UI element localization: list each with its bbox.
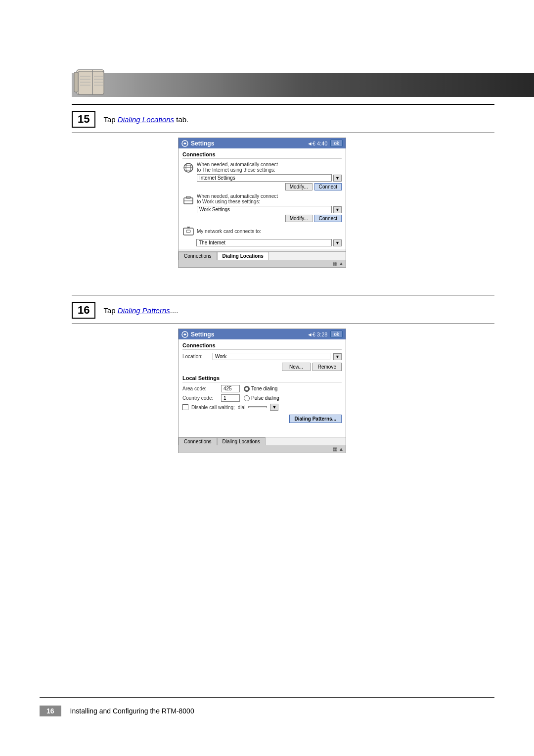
network-value: The Internet	[196, 239, 332, 246]
screen-15-header: Settings ◄€ 4:40 ok	[178, 138, 346, 148]
network-dropdown-arrow[interactable]: ▼	[333, 239, 342, 246]
divider-after-step16	[72, 324, 494, 324]
network-text: My network card connects to:	[197, 229, 261, 234]
pulse-dialing-label: Pulse dialing	[251, 395, 279, 401]
area-code-label: Area code:	[182, 386, 217, 391]
remove-btn[interactable]: Remove	[312, 363, 342, 371]
book-logo	[74, 67, 111, 99]
internet-dropdown-arrow[interactable]: ▼	[333, 175, 342, 182]
work-modify-btn[interactable]: Modify...	[285, 215, 312, 222]
network-card-row: My network card connects to:	[182, 225, 342, 237]
pulse-dialing-radio[interactable]	[244, 395, 250, 401]
screen-15: Settings ◄€ 4:40 ok Connections	[178, 138, 346, 268]
divider-top	[72, 104, 494, 105]
country-code-row: Country code: 1 Pulse dialing	[182, 394, 342, 402]
internet-connect-btn[interactable]: Connect	[314, 183, 342, 190]
work-connection-row: When needed, automatically connect to Wo…	[182, 193, 342, 222]
svg-rect-21	[183, 228, 193, 235]
step-15-header: 15 Tap Dialing Locations tab.	[72, 111, 494, 128]
screen-15-footer: ▦ ▲	[178, 260, 346, 267]
step-15-instruction: Tap Dialing Locations tab.	[103, 115, 188, 124]
bottom-divider	[40, 697, 494, 698]
area-code-value[interactable]: 425	[221, 385, 240, 392]
screen-16-title: Settings	[191, 331, 214, 338]
work-text1: When needed, automatically connect	[197, 193, 342, 199]
network-icon	[182, 225, 194, 237]
step-16-header: 16 Tap Dialing Patterns....	[72, 302, 494, 319]
screen-15-section: Connections	[182, 151, 342, 159]
svg-rect-1	[78, 71, 104, 94]
step-16-number: 16	[72, 302, 95, 319]
tab-connections-15[interactable]: Connections	[178, 252, 217, 260]
location-buttons: New... Remove	[182, 363, 342, 371]
step-15-prefix: Tap	[103, 115, 117, 124]
step-16-instruction: Tap Dialing Patterns....	[103, 306, 178, 315]
work-buttons: Modify... Connect	[197, 215, 342, 222]
dial-label: dial	[238, 405, 246, 410]
work-conn-details: When needed, automatically connect to Wo…	[197, 193, 342, 222]
disable-call-row: Disable call waiting; dial ▼	[182, 404, 342, 411]
screen-16-header: Settings ◄€ 3:28 ok	[178, 329, 346, 339]
country-code-label: Country code:	[182, 395, 217, 401]
screen-16-body: Connections Location: Work ▼ New... Remo…	[178, 339, 346, 437]
divider-step16	[72, 295, 494, 295]
disable-call-label: Disable call waiting;	[191, 405, 235, 410]
screen-15-tabs: Connections Dialing Locations	[178, 251, 346, 260]
dial-value[interactable]	[248, 406, 267, 408]
location-value: Work	[213, 353, 330, 360]
tab-dialing-16[interactable]: Dialing Locations	[217, 437, 266, 445]
screen-16-footer-icon: ▦ ▲	[333, 446, 344, 452]
work-connect-btn[interactable]: Connect	[314, 215, 342, 222]
disable-call-checkbox[interactable]	[182, 404, 188, 410]
dialing-patterns-btn[interactable]: Dialing Patterns...	[289, 415, 342, 423]
pulse-dialing-option: Pulse dialing	[244, 395, 279, 401]
country-code-value[interactable]: 1	[221, 394, 240, 402]
work-text2: to Work using these settings:	[197, 199, 342, 204]
work-dropdown-arrow[interactable]: ▼	[333, 206, 342, 213]
tone-dialing-radio-selected[interactable]	[244, 386, 250, 392]
location-label: Location:	[182, 354, 210, 359]
internet-connection-row: When needed, automatically connect to Th…	[182, 162, 342, 190]
screen-16: Settings ◄€ 3:28 ok Connections Location…	[178, 329, 346, 453]
divider-step15	[72, 133, 494, 133]
top-banner	[72, 73, 534, 97]
step-15-suffix: tab.	[174, 115, 188, 124]
screen-16-tabs: Connections Dialing Locations	[178, 437, 346, 445]
tab-dialing-15[interactable]: Dialing Locations	[217, 252, 269, 260]
screen-15-footer-icon: ▦ ▲	[333, 261, 344, 266]
step-16-prefix: Tap	[103, 306, 117, 315]
location-dropdown-arrow[interactable]: ▼	[333, 353, 342, 360]
step-16-suffix: ....	[170, 306, 178, 315]
internet-text1: When needed, automatically connect	[197, 162, 342, 167]
new-btn[interactable]: New...	[282, 363, 311, 371]
internet-conn-details: When needed, automatically connect to Th…	[197, 162, 342, 190]
internet-text2: to The Internet using these settings:	[197, 167, 342, 173]
area-code-row: Area code: 425 Tone dialing	[182, 385, 342, 392]
screen-15-ok-btn[interactable]: ok	[330, 140, 343, 147]
bottom-info: 16 Installing and Configuring the RTM-80…	[40, 706, 494, 716]
screen-16-ok-btn[interactable]: ok	[330, 331, 343, 338]
step-16-link[interactable]: Dialing Patterns	[118, 306, 170, 315]
dialing-patterns-row: Dialing Patterns...	[182, 415, 342, 423]
step-15-link[interactable]: Dialing Locations	[118, 115, 174, 124]
screen-15-title: Settings	[191, 140, 214, 147]
screen-16-time: ◄€ 3:28	[307, 331, 327, 337]
tone-dialing-label: Tone dialing	[251, 386, 277, 391]
work-settings-label: Work Settings	[197, 206, 332, 213]
svg-rect-3	[74, 72, 78, 92]
internet-settings-label: Internet Settings	[197, 174, 332, 182]
location-row: Location: Work ▼	[182, 353, 342, 360]
page-description: Installing and Configuring the RTM-8000	[70, 707, 194, 715]
internet-modify-btn[interactable]: Modify...	[285, 183, 312, 190]
tab-connections-16[interactable]: Connections	[178, 437, 217, 445]
svg-rect-22	[186, 230, 190, 233]
dial-dropdown-arrow[interactable]: ▼	[270, 404, 278, 411]
screen-16-section: Connections	[182, 342, 342, 350]
local-settings-title: Local Settings	[182, 375, 342, 382]
screen-16-footer: ▦ ▲	[178, 445, 346, 453]
page-number: 16	[40, 706, 61, 716]
work-icon	[182, 193, 194, 205]
screen-15-time: ◄€ 4:40	[307, 141, 327, 146]
tone-dialing-option: Tone dialing	[244, 386, 277, 392]
internet-icon	[182, 162, 194, 174]
